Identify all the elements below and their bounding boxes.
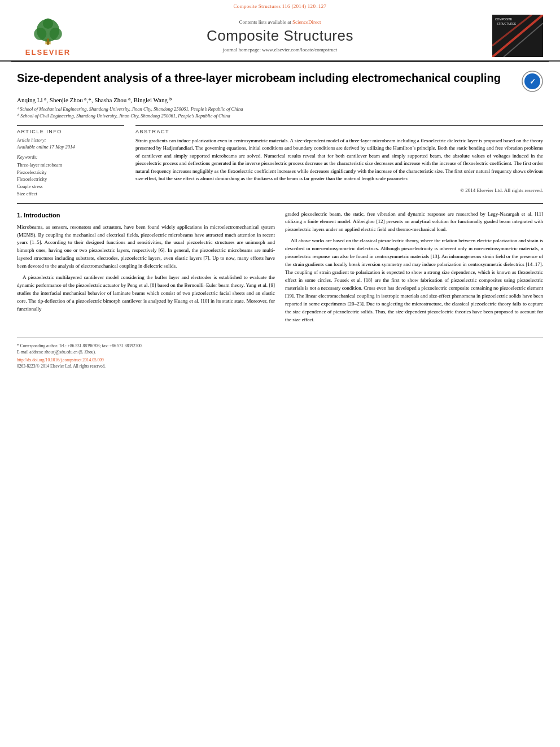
svg-text:COMPOSITE: COMPOSITE xyxy=(495,18,513,21)
affiliation-a: ᵃ School of Mechanical Engineering, Shan… xyxy=(17,106,543,113)
svg-point-2 xyxy=(34,28,46,40)
sciencedirect-link-text[interactable]: ScienceDirect xyxy=(292,19,321,25)
body-p2: A piezoelectric multilayered cantilever … xyxy=(17,274,275,313)
available-online: Available online 17 May 2014 xyxy=(17,144,124,150)
rights-reserved: 0263-8223/© 2014 Elsevier Ltd. All right… xyxy=(17,363,543,369)
footer: * Corresponding author. Tel.: +86 531 88… xyxy=(0,340,560,374)
svg-text:✓: ✓ xyxy=(530,77,536,86)
body-column-left: 1. Introduction Microbeams, as sensors, … xyxy=(17,211,275,327)
article-info-header: ARTICLE INFO xyxy=(17,129,124,134)
email-line: E-mail address: zhousj@sdu.edu.cn (S. Zh… xyxy=(17,349,543,355)
section1-heading: 1. Introduction xyxy=(17,211,275,220)
body-columns: 1. Introduction Microbeams, as sensors, … xyxy=(17,211,543,327)
composite-logo-area: COMPOSITE STRUCTURES xyxy=(481,15,543,57)
svg-rect-4 xyxy=(47,38,49,45)
sciencedirect-line: Contents lists available at ScienceDirec… xyxy=(79,19,481,25)
body-column-right: graded piezoelectric beam, the static, f… xyxy=(285,211,543,327)
journal-volume-info: Composite Structures 116 (2014) 120–127 xyxy=(0,0,560,10)
article-info-column: ARTICLE INFO Article history: Available … xyxy=(17,125,124,198)
footer-divider xyxy=(17,338,543,338)
keyword-2: Piezoelectricity xyxy=(17,169,124,176)
history-label: Article history: xyxy=(17,137,124,143)
abstract-column: ABSTRACT Strain gradients can induce pol… xyxy=(135,125,543,198)
body-p4: All above works are based on the classic… xyxy=(285,237,543,324)
elsevier-brand-text: ELSEVIER xyxy=(25,48,71,56)
article-content: Size-dependent analysis of a three-layer… xyxy=(0,62,560,333)
info-abstract-section: ARTICLE INFO Article history: Available … xyxy=(17,125,543,198)
journal-title-area: Contents lists available at ScienceDirec… xyxy=(79,19,481,53)
affiliations: ᵃ School of Mechanical Engineering, Shan… xyxy=(17,106,543,120)
svg-text:STRUCTURES: STRUCTURES xyxy=(497,22,517,25)
abstract-text: Strain gradients can induce polarization… xyxy=(135,137,543,183)
article-title-section: Size-dependent analysis of a three-layer… xyxy=(17,71,543,92)
svg-point-3 xyxy=(50,28,62,40)
keywords-list: Three-layer microbeam Piezoelectricity F… xyxy=(17,161,124,198)
corresponding-author: * Corresponding author. Tel.: +86 531 88… xyxy=(17,343,543,349)
keyword-3: Flexoelectricity xyxy=(17,176,124,183)
copyright-line: © 2014 Elsevier Ltd. All rights reserved… xyxy=(135,187,543,193)
journal-header: ELSEVIER Contents lists available at Sci… xyxy=(0,10,560,62)
composite-structures-logo-icon: COMPOSITE STRUCTURES xyxy=(492,15,543,57)
elsevier-tree-icon xyxy=(23,16,73,47)
keyword-4: Couple stress xyxy=(17,183,124,190)
abstract-header: ABSTRACT xyxy=(135,129,543,134)
body-p1: Microbeams, as sensors, resonators and a… xyxy=(17,224,275,271)
elsevier-logo: ELSEVIER xyxy=(17,16,79,56)
svg-point-5 xyxy=(43,18,53,28)
body-divider xyxy=(17,203,543,204)
article-history: Article history: Available online 17 May… xyxy=(17,137,124,150)
body-p3: graded piezoelectric beam, the static, f… xyxy=(285,211,543,234)
affiliation-b: ᵇ School of Civil Engineering, Shandong … xyxy=(17,113,543,120)
keyword-5: Size effect xyxy=(17,190,124,198)
keyword-1: Three-layer microbeam xyxy=(17,161,124,169)
authors-line: Anqing Li ᵃ, Shenjie Zhou ᵃ,*, Shasha Zh… xyxy=(17,97,543,104)
elsevier-logo-area: ELSEVIER xyxy=(17,16,79,56)
article-title: Size-dependent analysis of a three-layer… xyxy=(17,71,513,85)
journal-title: Composite Structures xyxy=(79,27,481,45)
crossmark-icon[interactable]: ✓ xyxy=(522,71,543,92)
journal-homepage-url: journal homepage: www.elsevier.com/locat… xyxy=(79,47,481,53)
doi-link[interactable]: http://dx.doi.org/10.1016/j.compstruct.2… xyxy=(17,357,104,362)
keywords-label: Keywords: xyxy=(17,154,124,160)
